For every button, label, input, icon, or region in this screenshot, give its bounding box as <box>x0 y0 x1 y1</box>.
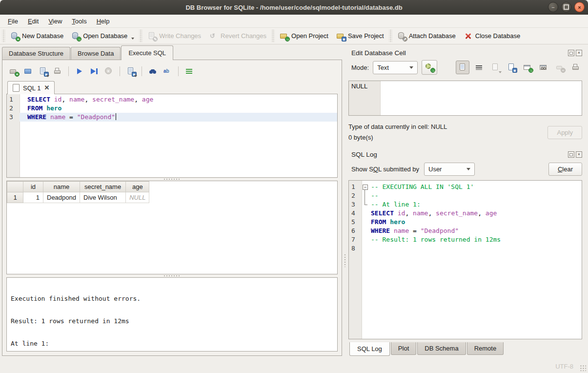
cell-type-info: Type of data currently in cell: NULL <box>348 122 547 132</box>
sql-doc-tab[interactable]: SQL 1 ✕ <box>7 81 55 94</box>
open-database-button[interactable]: → Open Database <box>67 30 138 42</box>
tab-sql-log[interactable]: SQL Log <box>349 342 390 356</box>
print-cell-button[interactable] <box>569 61 582 74</box>
column-header-name[interactable]: name <box>43 182 80 192</box>
dock-float-icon <box>569 153 573 156</box>
dock-float-button[interactable] <box>568 151 574 158</box>
mode-value: Text <box>377 64 404 71</box>
tab-remote[interactable]: Remote <box>467 342 504 355</box>
toolbar-separator <box>178 66 179 76</box>
write-changes-icon: ✎ <box>147 32 156 41</box>
execute-line-button[interactable] <box>88 65 101 78</box>
dropdown-arrow-icon <box>46 75 49 77</box>
export-results-icon: ■ <box>126 67 135 76</box>
column-header-id[interactable]: id <box>23 182 43 192</box>
filter-select[interactable]: User <box>424 163 475 176</box>
save-project-icon: ■ <box>336 32 345 41</box>
grid-corner <box>7 182 23 192</box>
dock-close-button[interactable]: × <box>576 151 582 158</box>
minimize-icon: − <box>551 4 554 10</box>
auto-switch-mode-button[interactable]: → <box>422 60 437 75</box>
chevron-down-icon <box>409 66 413 69</box>
menu-file[interactable]: File <box>3 16 23 26</box>
export-results-button[interactable]: ■ <box>124 65 137 78</box>
cell-edit-toolbar: ■ → − <box>456 61 582 74</box>
cell-id[interactable]: 1 <box>23 192 43 203</box>
tab-db-schema[interactable]: DB Schema <box>417 342 466 355</box>
clear-log-button[interactable]: Clear <box>548 163 582 176</box>
row-header[interactable]: 1 <box>7 192 23 203</box>
column-header-secret-name[interactable]: secret_name <box>80 182 126 192</box>
close-button[interactable]: × <box>574 2 585 12</box>
splitter-editor-results[interactable] <box>6 178 338 181</box>
tab-plot[interactable]: Plot <box>391 342 416 355</box>
word-wrap-button[interactable] <box>473 61 486 74</box>
open-sql-file-button[interactable] <box>22 65 35 78</box>
revert-changes-button: ↺ Revert Changes <box>205 30 270 42</box>
tab-browse-data[interactable]: Browse Data <box>71 47 121 60</box>
fold-marker-icon <box>362 227 369 235</box>
maximize-icon <box>564 4 569 10</box>
close-database-button[interactable]: Close Database <box>460 30 525 42</box>
open-project-button[interactable]: → Open Project <box>276 30 332 42</box>
open-in-window-button[interactable]: → <box>521 61 534 74</box>
fold-marker-icon <box>362 244 369 253</box>
dock-close-button[interactable]: × <box>576 50 582 56</box>
close-database-icon <box>464 32 472 41</box>
link-icon <box>539 63 548 72</box>
bottom-tabbar: SQL Log Plot DB Schema Remote <box>348 342 582 360</box>
copy-link-button[interactable] <box>537 61 550 74</box>
find-replace-button[interactable]: ab <box>161 65 174 78</box>
word-wrap-icon <box>475 63 484 72</box>
execute-line-icon <box>90 67 99 76</box>
cell-age[interactable]: NULL <box>126 192 149 203</box>
print-button[interactable] <box>51 65 64 78</box>
mode-select[interactable]: Text <box>373 61 418 74</box>
attach-database-button[interactable]: ↗ Attach Database <box>393 30 460 42</box>
resize-grip-icon[interactable] <box>580 365 586 371</box>
sql-log-dock-header: SQL Log × <box>348 148 582 160</box>
window-controls: − × <box>548 2 585 12</box>
close-icon: × <box>578 4 581 10</box>
open-project-icon: → <box>280 32 288 41</box>
chevron-down-icon <box>466 168 470 170</box>
fold-marker-icon[interactable]: − <box>362 183 369 191</box>
export-data-button[interactable]: ■ <box>505 61 518 74</box>
filter-value: User <box>428 166 461 173</box>
format-sql-button[interactable] <box>183 65 196 78</box>
column-header-age[interactable]: age <box>126 182 149 192</box>
find-button[interactable] <box>146 65 159 78</box>
edit-cell-dock-header: Edit Database Cell × <box>348 46 582 58</box>
stop-icon: × <box>104 67 113 76</box>
menu-tools[interactable]: Tools <box>67 16 91 26</box>
close-tab-icon[interactable]: ✕ <box>44 85 49 91</box>
splitter-panels[interactable] <box>344 44 346 360</box>
revert-changes-icon: ↺ <box>209 32 218 41</box>
set-null-icon: − <box>555 63 564 72</box>
cell-value-editor[interactable]: NULL <box>348 81 582 116</box>
splitter-results-message[interactable] <box>6 274 338 277</box>
new-sql-tab-button[interactable]: + <box>7 65 20 78</box>
save-project-button[interactable]: ■ Save Project <box>332 30 388 42</box>
tab-execute-sql[interactable]: Execute SQL <box>121 45 173 60</box>
sql-log-view[interactable]: 1−-- EXECUTING ALL IN 'SQL 1'2--3-- At l… <box>348 180 582 339</box>
execute-all-button[interactable] <box>73 65 86 78</box>
text-mode-button[interactable] <box>456 61 469 74</box>
minimize-button[interactable]: − <box>548 2 558 12</box>
menu-edit[interactable]: Edit <box>23 16 43 26</box>
cell-name[interactable]: Deadpond <box>43 192 80 203</box>
new-database-button[interactable]: + New Database <box>6 30 67 42</box>
menu-view[interactable]: View <box>43 16 67 26</box>
tab-database-structure[interactable]: Database Structure <box>2 47 70 60</box>
toolbar-separator <box>271 30 275 42</box>
filter-label: Show SQL submitted by <box>351 166 419 173</box>
export-data-icon: ■ <box>507 63 516 72</box>
maximize-button[interactable] <box>561 2 571 12</box>
menu-help[interactable]: Help <box>92 16 115 26</box>
set-null-button: − <box>553 61 566 74</box>
dock-float-button[interactable] <box>568 50 574 56</box>
cell-secret-name[interactable]: Dive Wilson <box>80 192 126 203</box>
toolbar-separator <box>389 30 392 42</box>
sql-editor[interactable]: 1SELECT id, name, secret_name, age2FROM … <box>6 94 338 178</box>
save-sql-file-button[interactable]: ■ <box>37 65 49 78</box>
